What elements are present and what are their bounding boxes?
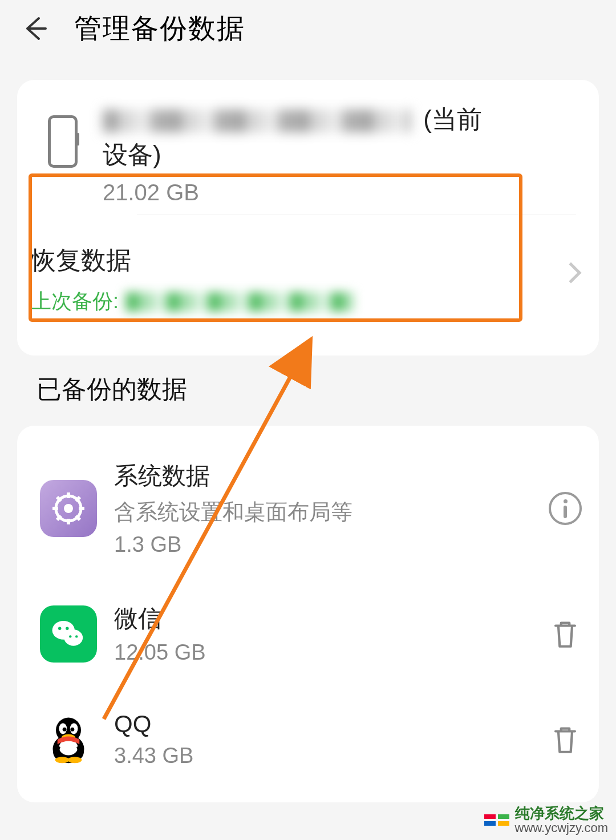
trash-icon[interactable] xyxy=(549,617,582,651)
app-size: 3.43 GB xyxy=(114,744,532,768)
device-current-label-1: (当前 xyxy=(423,105,482,133)
device-row[interactable]: (当前 设备) 21.02 GB xyxy=(17,97,599,205)
section-backed-up-title: 已备份的数据 xyxy=(37,373,616,406)
app-size: 12.05 GB xyxy=(114,640,532,665)
app-size: 1.3 GB xyxy=(114,532,532,557)
device-card: (当前 设备) 21.02 GB 恢复数据 上次备份: xyxy=(17,80,599,356)
arrow-left-icon xyxy=(21,15,48,42)
watermark: 纯净系统之家 www.ycwjzy.com xyxy=(479,802,614,838)
back-button[interactable] xyxy=(17,11,51,46)
device-size: 21.02 GB xyxy=(103,180,576,205)
restore-title: 恢复数据 xyxy=(31,244,576,277)
page-title: 管理备份数据 xyxy=(74,10,245,47)
watermark-logo-icon xyxy=(484,814,509,826)
phone-icon xyxy=(40,102,86,168)
svg-point-25 xyxy=(68,757,82,763)
redacted-device-name xyxy=(103,110,411,132)
restore-last-backup: 上次备份: xyxy=(31,288,576,316)
svg-point-20 xyxy=(63,727,67,731)
gear-icon xyxy=(40,480,97,537)
info-icon[interactable] xyxy=(549,492,582,525)
svg-point-12 xyxy=(58,627,61,629)
divider xyxy=(137,215,576,215)
device-name: (当前 设备) xyxy=(103,102,576,172)
svg-point-15 xyxy=(75,635,78,637)
app-row-system[interactable]: 系统数据 含系统设置和桌面布局等 1.3 GB xyxy=(17,437,599,580)
svg-point-11 xyxy=(64,629,83,645)
app-name: 系统数据 xyxy=(114,460,532,492)
watermark-url: www.ycwjzy.com xyxy=(515,821,608,834)
header: 管理备份数据 xyxy=(0,0,616,57)
app-name: 微信 xyxy=(114,603,532,635)
svg-point-24 xyxy=(55,757,70,763)
svg-point-13 xyxy=(66,627,68,629)
app-row-qq[interactable]: QQ 3.43 GB xyxy=(17,688,599,791)
apps-card: 系统数据 含系统设置和桌面布局等 1.3 GB 微信 12.05 GB xyxy=(17,426,599,802)
watermark-title: 纯净系统之家 xyxy=(515,806,608,821)
device-current-label-2: 设备) xyxy=(103,140,161,168)
qq-icon xyxy=(40,711,97,768)
redacted-backup-date xyxy=(125,292,354,312)
svg-point-14 xyxy=(69,635,71,637)
app-row-wechat[interactable]: 微信 12.05 GB xyxy=(17,580,599,688)
app-desc: 含系统设置和桌面布局等 xyxy=(114,498,532,527)
svg-point-21 xyxy=(70,727,74,731)
restore-data-row[interactable]: 恢复数据 上次备份: xyxy=(17,224,599,338)
app-name: QQ xyxy=(114,710,532,738)
trash-icon[interactable] xyxy=(549,723,582,756)
wechat-icon xyxy=(40,605,97,663)
last-backup-label: 上次备份: xyxy=(31,288,119,316)
svg-point-9 xyxy=(64,504,73,513)
